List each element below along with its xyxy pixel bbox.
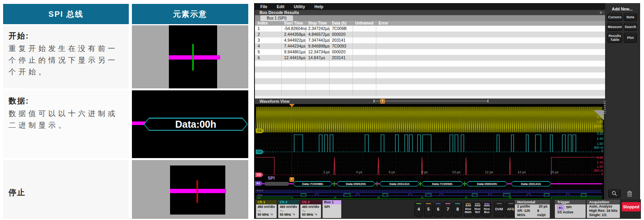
scale-ch3: 800 m: [586, 169, 603, 172]
table-header-element: 元素示意: [132, 4, 248, 24]
panel-resize-grip[interactable]: [604, 100, 606, 114]
minimap-right-bracket[interactable]: [488, 100, 488, 102]
channel-6-button[interactable]: 6: [434, 202, 442, 216]
panel-gap: [255, 96, 605, 99]
decoded-frame: Data:000020h: [336, 181, 376, 187]
time-tick: 10 µs: [449, 170, 460, 174]
cursors-button[interactable]: Cursors: [607, 13, 622, 21]
bus-trigger-marker[interactable]: T: [290, 177, 294, 182]
trigger-position-icon[interactable]: [289, 104, 295, 107]
stop-marker-red: [197, 180, 198, 203]
screenshot-root: SPI 总线 元素示意 开始: 重复开始发生在没有前一个停止的情况下显示另一个开…: [0, 0, 644, 220]
ch1-badge[interactable]: Ch 1 460 mV/div 50 MHz: [256, 200, 277, 218]
channel-8-button[interactable]: 8: [453, 202, 462, 216]
add-new-bus-button[interactable]: Add New Bus: [483, 202, 491, 216]
acquisition-panel[interactable]: Acquisition Auto, Analyze High Res: 16 b…: [587, 200, 620, 218]
measure-button[interactable]: Measure: [607, 23, 622, 31]
results-table-header: Index Start Time Stop Time Data (h) Unfr…: [255, 21, 605, 26]
col-index: Index: [255, 21, 281, 26]
note-button[interactable]: Note: [624, 13, 637, 21]
add-new-ref-button[interactable]: Add New Ref: [473, 202, 482, 216]
data-frame-label: Data:00h: [145, 119, 247, 130]
stopped-button[interactable]: Stopped: [622, 202, 640, 211]
bus-line-magenta: [132, 121, 145, 125]
table-row[interactable]: 612.44416µs 14.847µs203141: [255, 55, 605, 61]
table-header-spi-bus: SPI 总线: [3, 4, 129, 24]
tab-bus1-spi[interactable]: Bus 1 (SPI): [260, 15, 293, 21]
channel-4-button[interactable]: 4: [414, 202, 423, 216]
search-button[interactable]: Search: [624, 23, 637, 31]
bandwidth-arrow-icon: [314, 213, 318, 216]
scale-ch3: 1.60: [586, 165, 603, 169]
col-data: Data (h): [329, 21, 353, 26]
scale-ch1: 920 m: [586, 125, 603, 128]
time-tick: 8 µs: [416, 170, 428, 174]
table-row[interactable]: 1-54.82604ns 2.347242µs7C009B: [255, 26, 605, 32]
channel-7-button[interactable]: 7: [444, 202, 452, 216]
table-row[interactable]: 34.944922µs 7.347442µs203141: [255, 37, 605, 43]
digital-label-sclk: SCLK: [256, 189, 263, 192]
decoded-frame: Data:203141h: [379, 181, 420, 187]
plot-button[interactable]: Plot: [624, 33, 637, 43]
menu-file[interactable]: File: [260, 4, 267, 9]
col-stop-time: Stop Time: [305, 21, 329, 26]
trigger-source-badge: B1: [557, 205, 564, 210]
bandwidth-arrow-icon: [270, 213, 273, 216]
add-new-math-button[interactable]: Add New Math: [464, 202, 472, 216]
table-row[interactable]: 47.444234µs 9.846898µs7C0093: [255, 43, 605, 49]
row-body: 数据值可以以十六进制或二进制显示。: [9, 108, 124, 131]
row-start-text: 开始: 重复开始发生在没有前一个停止的情况下显示另一个开始。: [3, 25, 129, 88]
delete-button[interactable]: [625, 189, 634, 198]
menu-edit[interactable]: Edit: [277, 4, 284, 9]
horizontal-panel[interactable]: Horizontal 2 µs/div20 µs SR: 125 MS/s8 n…: [515, 200, 550, 218]
minimap-track[interactable]: [374, 101, 488, 101]
bus-name-label: SPI: [268, 176, 275, 180]
time-tick: 16 µs: [547, 170, 558, 174]
scale-ch2: 3.20: [586, 132, 603, 136]
coupling-icon: [302, 209, 306, 212]
data-frame-capsule: Data:00h: [144, 118, 248, 131]
dvm-button[interactable]: DVM: [494, 202, 504, 216]
menu-help[interactable]: Help: [314, 4, 323, 9]
row-body: 重复开始发生在没有前一个停止的情况下显示另一个开始。: [9, 43, 124, 78]
ch3-badge[interactable]: Ch 3 460 mV/div 50 MHz: [300, 200, 321, 218]
minimap-trigger-marker[interactable]: T: [380, 99, 385, 104]
scale-ch2: 2.40: [586, 137, 603, 141]
scale-ch2: 1.60: [586, 142, 603, 146]
menu-bar: File Edit Utility Help: [255, 3, 605, 10]
results-table-button[interactable]: Results Table: [607, 33, 622, 43]
scale-ch2: 0: [586, 150, 603, 153]
ch2-badge[interactable]: Ch 2 460 mV/div 50 MHz: [278, 200, 299, 218]
scale-ch1: 2.76: [586, 115, 603, 119]
time-tick: 2 µs: [318, 170, 330, 174]
minimap-left-bracket[interactable]: [374, 100, 374, 102]
scale-ch3: 2.40: [586, 161, 603, 164]
decoded-frame: Data:203141h: [511, 181, 551, 187]
bus1-badge[interactable]: Bus 1 SPI: [323, 200, 341, 218]
afg-button[interactable]: AFG: [505, 202, 516, 216]
row-data-text: 数据: 数据值可以以十六进制或二进制显示。: [3, 90, 129, 158]
channel-5-button[interactable]: 5: [424, 202, 433, 216]
scale-ch3: 0: [586, 172, 603, 176]
trigger-panel[interactable]: Trigger B1 SPI SS Active: [555, 200, 586, 218]
trash-icon: [626, 190, 633, 197]
close-icon[interactable]: ×: [598, 10, 604, 15]
add-new-title: Add New...: [606, 3, 638, 11]
decoded-frame: Data:7C0093h: [421, 181, 463, 187]
col-start-time: Start Time: [281, 21, 305, 26]
scale-ch3: 3.20: [586, 156, 603, 160]
table-row[interactable]: 22.444358µs 4.846572µs000020: [255, 32, 605, 37]
waveform-display: C1 C2 C3 B1 SPI T Data:7C009Bh Data:0000…: [255, 104, 604, 199]
col-error: Error: [376, 21, 605, 26]
start-marker-green: [192, 44, 194, 70]
waveform-view-title: Waveform View: [255, 99, 605, 104]
zoom-mode-button[interactable]: [608, 189, 621, 198]
time-tick: 12 µs: [481, 170, 493, 174]
bottom-bar: Ch 1 460 mV/div 50 MHz Ch 2 460 mV/div 5…: [255, 199, 641, 219]
menu-utility[interactable]: Utility: [294, 4, 305, 9]
row-title: 开始:: [9, 31, 125, 41]
header-label: SPI 总线: [49, 9, 84, 19]
row-title: 停止: [9, 187, 125, 198]
col-unframed: Unframed (h): [353, 21, 376, 26]
table-row[interactable]: 59.944861µs 12.34734µs000020: [255, 49, 605, 55]
